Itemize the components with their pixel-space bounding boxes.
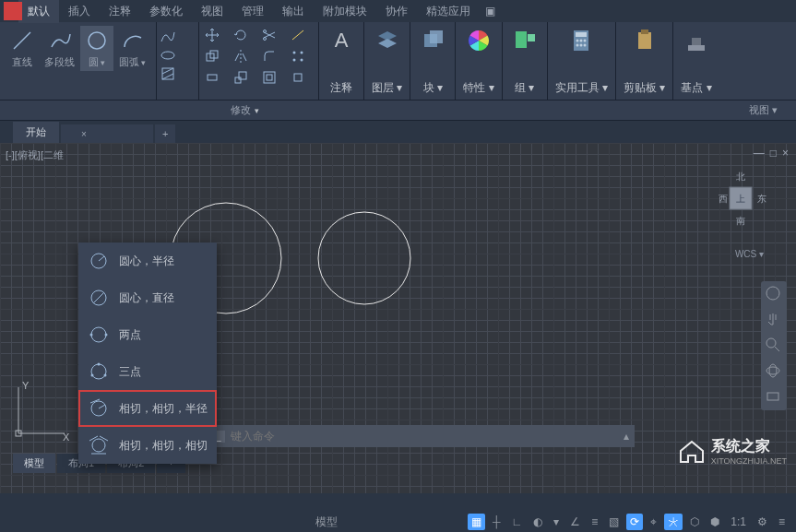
ortho-toggle-icon[interactable]: ∟: [508, 514, 527, 530]
status-model[interactable]: 模型: [312, 513, 341, 532]
menu-parametric[interactable]: 参数化: [140, 0, 192, 23]
menu-icon[interactable]: ≡: [775, 514, 789, 530]
view-cube[interactable]: 北 南 西 东 上: [713, 171, 768, 226]
polyline-button[interactable]: 多段线: [41, 26, 78, 71]
orbit-icon[interactable]: [765, 362, 783, 381]
trim-icon[interactable]: [260, 26, 279, 44]
arc-button[interactable]: 圆弧▾: [115, 26, 149, 71]
pan-icon[interactable]: [765, 311, 783, 329]
lineweight-icon[interactable]: ≡: [588, 514, 601, 530]
block-button[interactable]: 块 ▾: [410, 22, 456, 100]
selection-cycle-icon[interactable]: ⟳: [626, 514, 643, 530]
svg-line-42: [93, 292, 104, 303]
circle-two-points[interactable]: 两点: [78, 316, 217, 353]
transparency-icon[interactable]: ▧: [605, 514, 623, 530]
hatch-icon[interactable]: [159, 65, 177, 83]
text-icon: A: [327, 26, 356, 55]
clipboard-button[interactable]: 剪贴板 ▾: [616, 22, 673, 100]
iso-icon[interactable]: ⬡: [686, 514, 703, 530]
tab-drawing[interactable]: ×: [61, 124, 153, 143]
layer-button[interactable]: 图层 ▾: [364, 22, 410, 100]
color-wheel-icon: [464, 26, 493, 55]
tab-model[interactable]: 模型: [13, 454, 55, 473]
menu-default[interactable]: 默认: [18, 0, 59, 23]
svg-point-44: [90, 334, 93, 337]
circle-center-diameter[interactable]: 圆心，直径: [78, 279, 217, 316]
fillet-icon[interactable]: [260, 47, 279, 65]
base-button[interactable]: 基点 ▾: [673, 22, 719, 100]
command-input[interactable]: [231, 430, 618, 443]
menu-output[interactable]: 输出: [273, 0, 314, 23]
mirror-icon[interactable]: [232, 47, 250, 65]
cmd-dropdown-icon[interactable]: ▴: [624, 430, 629, 443]
new-tab-button[interactable]: +: [155, 124, 175, 143]
ellipse-icon[interactable]: [159, 46, 177, 65]
menu-view[interactable]: 视图: [192, 0, 232, 23]
close-viewport-icon[interactable]: ×: [782, 147, 789, 160]
iso-icon2[interactable]: ⬢: [707, 514, 723, 530]
osnap-toggle-icon[interactable]: ▾: [550, 514, 563, 530]
svg-text:X: X: [63, 432, 70, 443]
snap-toggle-icon[interactable]: ┼: [489, 514, 505, 530]
steering-wheel-icon[interactable]: [765, 285, 783, 303]
explode-icon[interactable]: [289, 68, 307, 87]
svg-point-47: [98, 363, 101, 366]
copy-icon[interactable]: [203, 47, 221, 65]
viewport-label[interactable]: [-][俯视][二维: [6, 148, 64, 162]
circle-button[interactable]: 圆▾: [80, 26, 113, 71]
circle-center-radius-icon: [88, 250, 110, 272]
polar-toggle-icon[interactable]: ◐: [529, 514, 546, 530]
grid-toggle-icon[interactable]: ▦: [468, 514, 485, 530]
svg-text:东: 东: [757, 194, 766, 204]
line-button[interactable]: 直线: [6, 26, 39, 71]
circle-center-radius[interactable]: 圆心，半径: [78, 242, 217, 279]
menu-annotate[interactable]: 注释: [100, 0, 140, 23]
svg-rect-18: [264, 72, 275, 83]
circle-three-points[interactable]: 三点: [78, 353, 217, 390]
array-icon[interactable]: [289, 47, 307, 65]
stretch-icon[interactable]: [203, 68, 221, 87]
menu-insert[interactable]: 插入: [59, 0, 100, 23]
dyn-input-icon[interactable]: 🞯: [664, 514, 683, 530]
show-motion-icon[interactable]: [765, 388, 783, 407]
utilities-button[interactable]: 实用工具 ▾: [548, 22, 616, 100]
move-icon[interactable]: [203, 26, 221, 44]
spline-icon[interactable]: [159, 28, 177, 46]
group-button[interactable]: 组 ▾: [503, 22, 548, 100]
menu-collab[interactable]: 协作: [376, 0, 417, 23]
gear-icon[interactable]: ⚙: [754, 514, 771, 530]
svg-line-54: [89, 436, 98, 441]
circle-tan-tan-radius[interactable]: 相切，相切，半径: [78, 390, 217, 427]
extend-icon[interactable]: [289, 26, 307, 44]
zoom-icon[interactable]: [765, 337, 783, 355]
close-icon[interactable]: ×: [81, 129, 87, 139]
offset-icon[interactable]: [260, 68, 279, 87]
drawing-workspace[interactable]: [-][俯视][二维 — □ × 圆心，半径 圆心，直径 两点 三点 相切，相切…: [0, 143, 796, 493]
circle-ttt-icon: [88, 434, 110, 456]
maximize-icon[interactable]: □: [770, 147, 777, 160]
menu-tab-focus-icon[interactable]: ▣: [480, 1, 501, 21]
app-logo-icon: [4, 2, 22, 20]
cursor-icon[interactable]: ⌖: [647, 514, 660, 530]
scale-icon[interactable]: [232, 68, 250, 87]
svg-point-43: [91, 327, 106, 342]
svg-rect-19: [267, 75, 272, 80]
svg-point-30: [580, 40, 583, 42]
menu-addins[interactable]: 附加模块: [314, 0, 376, 23]
minimize-icon[interactable]: —: [754, 147, 765, 160]
menu-featured[interactable]: 精选应用: [417, 0, 480, 23]
otrack-toggle-icon[interactable]: ∠: [566, 514, 584, 530]
svg-point-31: [584, 40, 587, 42]
circle-tan-tan-tan[interactable]: 相切，相切，相切: [78, 427, 217, 464]
properties-button[interactable]: 特性 ▾: [456, 22, 502, 100]
scale-label[interactable]: 1:1: [727, 514, 750, 530]
ucs-icon: Y X: [9, 378, 74, 443]
annotate-button[interactable]: A 注释: [319, 22, 364, 100]
calculator-icon: [566, 26, 596, 55]
wcs-label[interactable]: WCS ▾: [735, 249, 764, 259]
menu-manage[interactable]: 管理: [232, 0, 273, 23]
svg-point-29: [576, 40, 579, 42]
tab-start[interactable]: 开始: [13, 122, 59, 143]
svg-text:上: 上: [736, 194, 745, 204]
rotate-icon[interactable]: [232, 26, 250, 44]
